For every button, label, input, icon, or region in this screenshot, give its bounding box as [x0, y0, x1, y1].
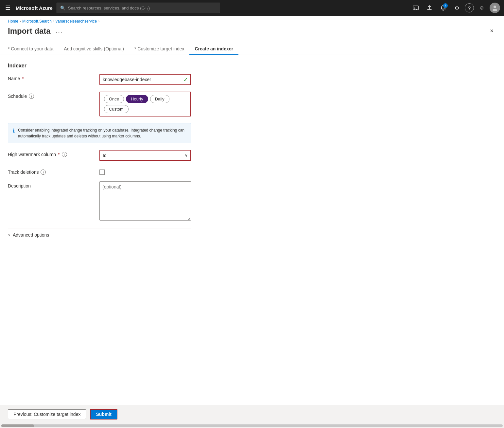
- advanced-options-chevron-icon: ∨: [8, 233, 11, 237]
- schedule-info-icon[interactable]: i: [29, 94, 34, 99]
- name-form-row: Name * ✓: [8, 74, 496, 85]
- info-box-text: Consider enabling integrated change trac…: [18, 127, 186, 139]
- svg-point-3: [493, 9, 497, 11]
- notification-badge: 7: [443, 3, 448, 8]
- schedule-form-row: Schedule i Once Hourly Daily Custom: [8, 92, 496, 116]
- feedback-button[interactable]: ☺: [476, 2, 488, 14]
- breadcrumb-home[interactable]: Home: [8, 19, 18, 24]
- notifications-button[interactable]: 7: [437, 2, 449, 14]
- search-placeholder: Search resources, services, and docs (G+…: [68, 6, 150, 10]
- hamburger-menu-button[interactable]: ☰: [4, 3, 12, 13]
- topbar: ☰ Microsoft Azure 🔍 Search resources, se…: [0, 0, 504, 16]
- watermark-dropdown-arrow: ∨: [185, 153, 188, 158]
- help-button[interactable]: ?: [465, 3, 474, 12]
- breadcrumb-service2[interactable]: vanarsdelsearchservice: [56, 19, 97, 24]
- breadcrumb: Home › Microsoft.Search › vanarsdelsearc…: [0, 16, 504, 25]
- cloud-shell-button[interactable]: [410, 2, 422, 14]
- form-content: Indexer Name * ✓ Schedule i Once: [0, 55, 504, 405]
- svg-point-2: [494, 6, 496, 8]
- watermark-control: Id ∨: [99, 150, 191, 161]
- step-connect-label: * Connect to your data: [8, 46, 53, 51]
- global-search-input[interactable]: 🔍 Search resources, services, and docs (…: [57, 3, 220, 13]
- topbar-right-icons: 7 ⚙ ? ☺: [410, 2, 500, 14]
- name-input-control: ✓: [99, 74, 191, 85]
- track-deletions-checkbox[interactable]: [99, 169, 105, 175]
- submit-button[interactable]: Submit: [90, 409, 117, 419]
- track-deletions-form-row: Track deletions i: [8, 168, 496, 175]
- app-name-label: Microsoft Azure: [16, 5, 53, 11]
- advanced-options-toggle[interactable]: ∨ Advanced options: [8, 228, 191, 241]
- watermark-dropdown[interactable]: Id ∨: [99, 150, 191, 161]
- schedule-control: Once Hourly Daily Custom: [99, 92, 191, 116]
- watermark-dropdown-value: Id: [103, 153, 185, 158]
- watermark-label: High watermark column * i: [8, 150, 99, 157]
- main-content: Home › Microsoft.Search › vanarsdelsearc…: [0, 16, 504, 405]
- indexer-section-title: Indexer: [8, 63, 496, 69]
- footer: Previous: Customize target index Submit: [0, 405, 504, 423]
- wizard-step-connect[interactable]: * Connect to your data: [8, 44, 59, 55]
- name-input-wrapper[interactable]: ✓: [99, 74, 191, 85]
- wizard-steps: * Connect to your data Add cognitive ski…: [0, 41, 504, 55]
- step-customize-label: * Customize target index: [134, 46, 184, 51]
- page-header: Import data ... ×: [0, 25, 504, 41]
- watermark-info-icon[interactable]: i: [62, 152, 67, 157]
- wizard-step-cognitive[interactable]: Add cognitive skills (Optional): [59, 44, 129, 55]
- wizard-step-indexer[interactable]: Create an indexer: [189, 44, 238, 55]
- schedule-once-button[interactable]: Once: [104, 95, 124, 103]
- breadcrumb-sep-3: ›: [98, 19, 99, 24]
- previous-button[interactable]: Previous: Customize target index: [8, 409, 86, 419]
- track-deletions-info-icon[interactable]: i: [41, 169, 46, 175]
- schedule-daily-button[interactable]: Daily: [150, 95, 169, 103]
- upload-button[interactable]: [424, 2, 435, 14]
- description-textarea[interactable]: [99, 181, 191, 221]
- description-label: Description: [8, 181, 99, 188]
- close-button[interactable]: ×: [487, 26, 496, 36]
- step-cognitive-label: Add cognitive skills (Optional): [64, 46, 124, 51]
- track-deletions-checkbox-wrapper: [99, 168, 191, 175]
- horizontal-scrollbar[interactable]: [0, 423, 504, 428]
- track-deletions-control: [99, 168, 191, 175]
- info-box-icon: ℹ: [13, 128, 15, 134]
- name-input[interactable]: [103, 77, 183, 82]
- svg-rect-0: [413, 6, 418, 10]
- watermark-form-row: High watermark column * i Id ∨: [8, 150, 496, 161]
- step-indexer-label: Create an indexer: [195, 46, 233, 51]
- breadcrumb-sep-2: ›: [53, 19, 54, 24]
- breadcrumb-sep-1: ›: [20, 19, 21, 24]
- advanced-options-label: Advanced options: [13, 232, 49, 238]
- name-label: Name *: [8, 74, 99, 81]
- name-required-indicator: *: [22, 76, 24, 81]
- settings-button[interactable]: ⚙: [451, 2, 463, 14]
- wizard-step-customize[interactable]: * Customize target index: [129, 44, 190, 55]
- schedule-custom-button[interactable]: Custom: [104, 105, 129, 113]
- page-more-button[interactable]: ...: [54, 27, 65, 35]
- user-avatar[interactable]: [490, 3, 500, 13]
- description-form-row: Description: [8, 181, 496, 222]
- search-icon: 🔍: [60, 6, 65, 10]
- breadcrumb-service1[interactable]: Microsoft.Search: [22, 19, 52, 24]
- schedule-label: Schedule i: [8, 92, 99, 99]
- name-valid-check-icon: ✓: [183, 77, 188, 83]
- info-box: ℹ Consider enabling integrated change tr…: [8, 123, 191, 143]
- description-control: [99, 181, 191, 222]
- watermark-required-indicator: *: [58, 152, 60, 157]
- scrollbar-track: [1, 424, 503, 427]
- scrollbar-thumb: [1, 424, 34, 427]
- page-title: Import data: [8, 27, 51, 36]
- schedule-options-wrapper: Once Hourly Daily Custom: [99, 92, 191, 116]
- page-title-row: Import data ...: [8, 27, 65, 36]
- track-deletions-label: Track deletions i: [8, 168, 99, 175]
- schedule-hourly-button[interactable]: Hourly: [126, 95, 148, 103]
